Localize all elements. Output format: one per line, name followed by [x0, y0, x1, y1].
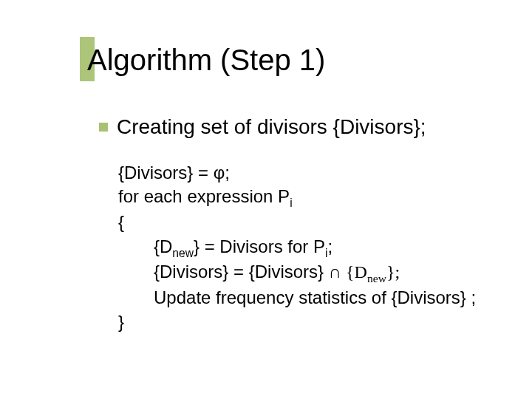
code-line: for each expression Pi	[118, 185, 476, 211]
phi-symbol: φ	[214, 163, 225, 183]
code-line: {Dnew} = Divisors for Pi;	[118, 235, 476, 261]
code-line: {	[118, 211, 476, 234]
bullet-item: Creating set of divisors {Divisors};	[99, 115, 426, 140]
slide: Algorithm (Step 1) Creating set of divis…	[0, 0, 532, 399]
text: } = Divisors for P	[194, 236, 325, 256]
text: for each expression P	[118, 186, 290, 206]
text: ∩ {D	[329, 262, 367, 282]
code-line: {Divisors} = {Divisors} ∩ {Dnew};	[118, 260, 476, 286]
text: ;	[328, 236, 333, 256]
text: {Divisors} = {Divisors}	[154, 262, 329, 282]
subscript: i	[290, 197, 292, 209]
text: {D	[154, 236, 172, 256]
square-bullet-icon	[99, 123, 108, 132]
bullet-text: Creating set of divisors {Divisors};	[117, 115, 426, 140]
code-line: {Divisors} = φ;	[118, 161, 476, 185]
text: {Divisors} =	[118, 163, 214, 183]
code-line: Update frequency statistics of {Divisors…	[118, 286, 476, 310]
subscript: new	[367, 272, 386, 284]
text: ;	[225, 163, 230, 183]
pseudocode-block: {Divisors} = φ; for each expression Pi {…	[118, 161, 476, 334]
text: };	[386, 262, 400, 282]
slide-title: Algorithm (Step 1)	[87, 43, 325, 77]
subscript: new	[172, 246, 194, 259]
code-line: }	[118, 310, 476, 334]
